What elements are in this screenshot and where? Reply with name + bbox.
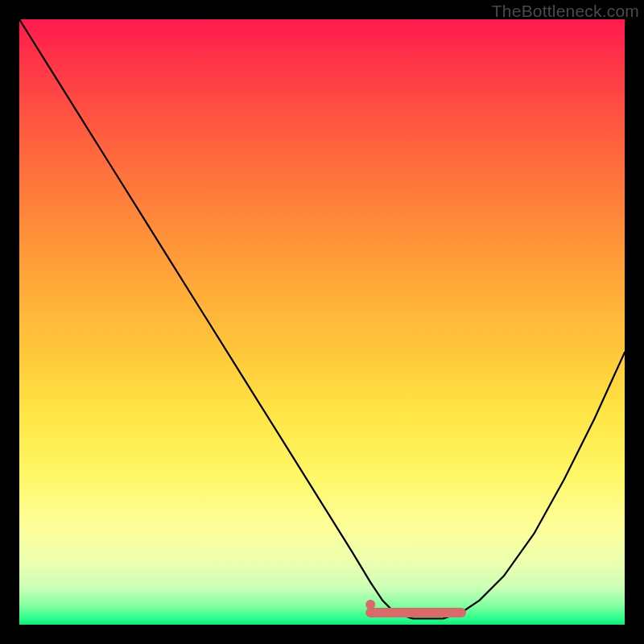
gradient-background	[19, 19, 625, 625]
chart-area	[19, 19, 625, 625]
watermark-text: TheBottleneck.com	[492, 2, 639, 21]
